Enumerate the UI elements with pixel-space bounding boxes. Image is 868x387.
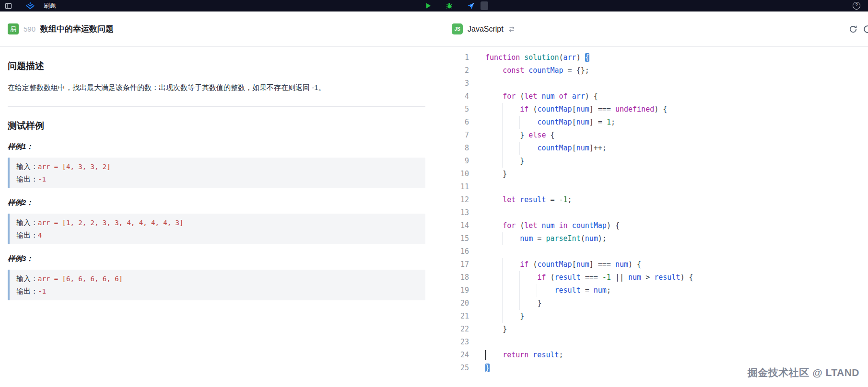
indent-guide [502, 284, 520, 297]
code-line[interactable]: 20 } [440, 297, 868, 310]
indent-guide [519, 116, 537, 129]
code-token: { [585, 53, 589, 62]
code-token: if [520, 105, 528, 114]
line-number: 3 [440, 77, 469, 90]
code-token: } [537, 299, 541, 307]
line-number: 23 [440, 336, 469, 349]
code-line[interactable]: 1function solution(arr) { [440, 51, 868, 64]
code-editor[interactable]: 1function solution(arr) {2 const countMa… [440, 47, 868, 375]
code-line[interactable]: 18 if (result === -1 || num > result) { [440, 271, 868, 284]
cropped-edge-icon[interactable] [863, 24, 868, 34]
watermark-text: 掘金技术社区 @ LTAND [748, 366, 859, 379]
code-line[interactable]: 9 } [440, 155, 868, 168]
description-text: 在给定整数数组中，找出最大满足该条件的数：出现次数等于其数值的整数，如果不存在则… [8, 81, 425, 94]
code-line[interactable]: 13 [440, 206, 868, 219]
run-button[interactable] [425, 2, 432, 9]
line-number: 12 [440, 194, 469, 206]
code-text: } [485, 362, 490, 375]
code-token: = [581, 286, 594, 295]
code-line[interactable]: 14 for (let num in countMap) { [440, 219, 868, 232]
code-token [568, 92, 572, 101]
code-line[interactable]: 3 [440, 77, 868, 90]
code-line[interactable]: 15 num = parseInt(num); [440, 232, 868, 245]
code-line[interactable]: 23 [440, 336, 868, 349]
indent-guide [502, 116, 520, 129]
code-token: num [541, 92, 554, 101]
code-token: } [520, 131, 528, 139]
line-number: 17 [440, 258, 469, 271]
code-token: } [520, 312, 524, 320]
code-line[interactable]: 6 countMap[num] = 1; [440, 116, 868, 129]
indent-guide [485, 142, 503, 155]
code-text: countMap[num]++; [485, 142, 607, 155]
code-text: countMap[num] = 1; [485, 116, 615, 129]
code-token: [ [572, 144, 576, 152]
code-token: [ [572, 260, 576, 269]
help-icon[interactable]: ? [853, 2, 860, 10]
code-token: } [485, 364, 490, 372]
code-token: } [503, 325, 507, 333]
code-line[interactable]: 11 [440, 181, 868, 194]
code-token: ( [581, 234, 585, 243]
code-token: ; [568, 195, 572, 204]
code-token: let [524, 92, 537, 101]
code-token: countMap [537, 260, 572, 269]
code-line[interactable]: 2 const countMap = {}; [440, 64, 868, 77]
sample-1-label: 样例1： [8, 142, 425, 151]
description-heading: 问题描述 [8, 60, 425, 72]
indent-guide [485, 103, 503, 116]
indent-guide [485, 194, 503, 206]
submit-paper-plane-icon[interactable] [467, 2, 475, 10]
code-token: num [576, 118, 589, 126]
code-token: ) { [654, 105, 667, 114]
code-token: -1 [602, 273, 611, 282]
line-number: 4 [440, 90, 469, 103]
line-number: 7 [440, 129, 469, 142]
code-token: } [503, 170, 507, 178]
juejin-logo-icon[interactable] [24, 1, 36, 10]
line-number: 14 [440, 219, 469, 232]
app-window: 刷题 ? [0, 0, 868, 387]
code-line[interactable]: 5 if (countMap[num] === undefined) { [440, 103, 868, 116]
sample-block: 输入：arr = [1, 2, 2, 3, 3, 4, 4, 4, 4, 3] … [8, 214, 425, 244]
reset-code-icon[interactable] [849, 25, 857, 34]
line-number: 25 [440, 362, 469, 375]
code-token: ; [607, 286, 611, 295]
code-line[interactable]: 19 result = num; [440, 284, 868, 297]
code-token: countMap [537, 118, 572, 126]
code-token: === [581, 273, 602, 282]
code-line[interactable]: 22 } [440, 323, 868, 336]
run-options-chip[interactable] [481, 1, 488, 10]
line-number: 11 [440, 181, 469, 194]
code-line[interactable]: 8 countMap[num]++; [440, 142, 868, 155]
debug-bug-icon[interactable] [446, 2, 453, 9]
code-token: else [528, 131, 546, 139]
code-token: { [546, 131, 554, 139]
code-line[interactable]: 17 if (countMap[num] === num) { [440, 258, 868, 271]
code-line[interactable]: 4 for (let num of arr) { [440, 90, 868, 103]
code-line[interactable]: 21 } [440, 310, 868, 323]
language-switch-icon[interactable] [508, 26, 515, 33]
code-line[interactable]: 10 } [440, 168, 868, 181]
code-token: || [611, 273, 628, 282]
problem-id: 590 [23, 25, 35, 33]
indent-guide [485, 258, 503, 271]
code-token: let [524, 221, 537, 230]
code-token: ]++; [589, 144, 607, 152]
code-line[interactable]: 16 [440, 245, 868, 258]
code-token: num [615, 260, 628, 269]
main-content: 易 590 数组中的幸运数问题 问题描述 在给定整数数组中，找出最大满足该条件的… [0, 11, 868, 387]
indent-guide [502, 103, 520, 116]
code-token: result [520, 195, 546, 204]
code-line[interactable]: 12 let result = -1; [440, 194, 868, 206]
code-token: ) { [607, 221, 620, 230]
indent-guide [485, 271, 503, 284]
code-token: countMap [537, 144, 572, 152]
indent-guide [519, 297, 537, 310]
indent-guide [519, 284, 537, 297]
sample-output-row: 输出：-1 [16, 286, 419, 296]
code-line[interactable]: 24 return result; [440, 349, 868, 362]
code-text: } [485, 168, 507, 181]
sidebar-toggle-icon[interactable] [5, 2, 12, 10]
code-line[interactable]: 7 } else { [440, 129, 868, 142]
